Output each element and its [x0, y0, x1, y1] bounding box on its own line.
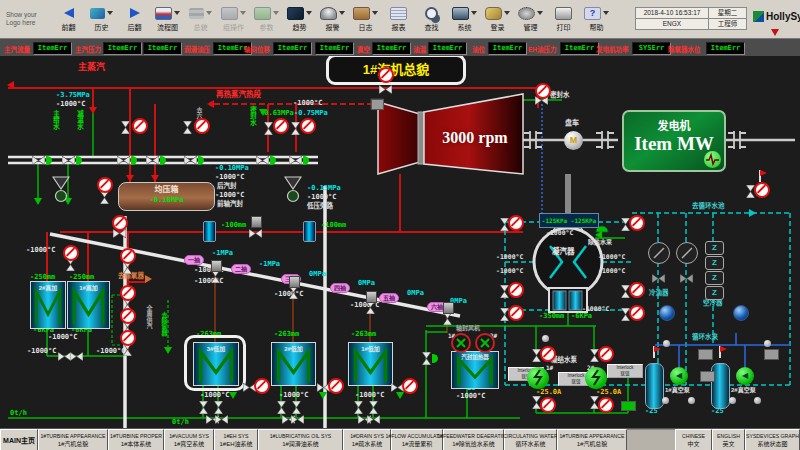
gland-fan[interactable] [451, 333, 471, 353]
kpi-value-box[interactable]: ItemErr [143, 42, 182, 55]
valve-icon[interactable] [379, 85, 392, 94]
heater-vessel[interactable]: 1#低加 [348, 342, 393, 386]
air-cooler[interactable]: Z [705, 286, 724, 300]
valve-icon[interactable] [369, 401, 378, 414]
valve-icon[interactable] [184, 156, 197, 165]
valve-icon[interactable] [62, 156, 75, 165]
toolbar-button-login[interactable]: 登录 [481, 1, 514, 37]
kpi-value-box[interactable]: ItemErr [372, 42, 411, 55]
kpi-value-box[interactable]: ItemErr [33, 42, 72, 55]
heater-vessel[interactable]: 汽封加热器 [451, 351, 499, 389]
tab-page-2[interactable]: 1#TURBINE PROPER1#本体系统 [108, 429, 164, 450]
tab-page-4[interactable]: 1#EH SYS1#EH油系统 [214, 429, 258, 450]
valve-icon[interactable] [32, 156, 45, 165]
condensate-pump[interactable] [585, 367, 607, 389]
condensate-pump[interactable] [527, 367, 549, 389]
valve-icon[interactable] [214, 401, 223, 414]
tab-page-5[interactable]: 1#LUBRICATING OIL SYS1#润滑油系统 [258, 429, 343, 450]
kpi-value-box[interactable]: ItemErr [103, 42, 142, 55]
oil-cooler[interactable] [676, 242, 698, 264]
inline-valve[interactable] [203, 221, 216, 242]
generator[interactable]: 发电机 Item MW [622, 110, 726, 172]
separator-tank[interactable] [645, 363, 664, 409]
diagram-label: 前轴汽封 [217, 201, 243, 208]
kpi-value-box[interactable]: ItemErr [315, 42, 354, 55]
valve-icon[interactable] [256, 156, 269, 165]
valve-icon[interactable] [215, 415, 228, 424]
valve-icon[interactable] [354, 401, 363, 414]
kpi-value-box[interactable]: ItemErr [706, 42, 745, 55]
equalizer-tank[interactable]: 均压箱 -0.10MPa [118, 182, 215, 211]
interlock-button[interactable]: Interlock联锁 [607, 364, 643, 378]
flow-arrow-icon [595, 231, 602, 239]
back-icon [64, 7, 74, 20]
air-cooler[interactable]: Z [705, 256, 724, 270]
valve-icon[interactable] [680, 274, 693, 283]
valve-icon[interactable] [289, 156, 302, 165]
kpi-value-box[interactable]: ItemErr [488, 42, 527, 55]
kpi-value-box[interactable]: ItemErr [428, 42, 467, 55]
air-cooler[interactable]: Z [705, 271, 724, 285]
valve-icon[interactable] [292, 401, 301, 414]
toolbar-button-report[interactable]: 报表 [382, 1, 415, 37]
toolbar-button-print[interactable]: 打印 [547, 1, 580, 37]
tab-page-3[interactable]: 1#VACUUM SYS1#真空系统 [164, 429, 214, 450]
kpi-value-box[interactable]: ItemErr [273, 42, 312, 55]
valve-icon[interactable] [264, 122, 273, 135]
toolbar-button-back[interactable]: 前翻 [52, 1, 85, 37]
tab-page-9[interactable]: CIRCULATING WATER循环水系统 [504, 429, 557, 450]
valve-icon[interactable] [291, 122, 300, 135]
toolbar-button-manage[interactable]: 管理 [514, 1, 547, 37]
toolbar-button-trend[interactable]: 趋势 [283, 1, 316, 37]
value-label: 0MPa [309, 271, 326, 278]
toolbar-button-fwd[interactable]: 后翻 [118, 1, 151, 37]
valve-icon[interactable] [652, 274, 665, 283]
tab-page-1[interactable]: 1#TURBINE APPEARANCE1#汽机总貌 [38, 429, 108, 450]
toolbar-button-flow[interactable]: 流程图 [151, 1, 184, 37]
vacuum-pump[interactable]: ◀ [670, 367, 688, 385]
air-cooler[interactable]: Z [705, 241, 724, 255]
heater-vessel[interactable]: 2#低加 [271, 342, 316, 386]
valve-icon[interactable] [117, 156, 130, 165]
toolbar-button-search[interactable]: 查找 [415, 1, 448, 37]
toolbar-button-alarm[interactable]: 报警 [316, 1, 349, 37]
toolbar-button-log[interactable]: 日志 [349, 1, 382, 37]
extraction-tag: 一抽 [184, 255, 204, 265]
tab-lang-2[interactable]: SYSDEVICES GRAPH系统状态图 [745, 429, 800, 450]
tab-page-6[interactable]: 1#DRAIN SYS1#疏水系统 [343, 429, 391, 450]
valve-icon[interactable] [291, 415, 304, 424]
tab-page-0[interactable]: MAIN主页 [0, 429, 38, 450]
tab-page-8[interactable]: 1#FEEDWATER DEAERATING1#除氧给水系统 [443, 429, 504, 450]
turning-gear[interactable]: M [564, 131, 583, 150]
separator-tank[interactable] [711, 363, 730, 409]
toolbar-button-system[interactable]: 系统 [448, 1, 481, 37]
valve-icon[interactable] [532, 396, 541, 409]
toolbar-button-hist[interactable]: 历史 [85, 1, 118, 37]
valve-icon[interactable] [70, 352, 83, 361]
valve-icon[interactable] [277, 401, 286, 414]
inline-valve[interactable] [303, 221, 316, 242]
valve-icon[interactable] [422, 352, 431, 365]
heater-vessel[interactable]: 3#低加 [193, 342, 239, 386]
oil-cooler[interactable] [648, 242, 670, 264]
valve-icon[interactable] [146, 156, 159, 165]
tab-lang-0[interactable]: CHINESE中文 [675, 429, 712, 450]
tab-page-7[interactable]: 1#FLOW ACCUMULATION1#流量累积 [391, 429, 443, 450]
valve-icon[interactable] [590, 396, 599, 409]
kpi-value-box[interactable]: SYSErr [632, 42, 671, 55]
gland-fan[interactable] [475, 333, 495, 353]
heater-vessel[interactable]: 1#高加 [67, 281, 110, 329]
tab-label-zh: 1#本体系统 [121, 439, 152, 448]
valve-icon[interactable] [367, 415, 380, 424]
valve-icon[interactable] [249, 229, 262, 238]
kpi-value-box[interactable]: ItemErr [560, 42, 599, 55]
valve-icon[interactable] [121, 121, 130, 134]
valve-icon[interactable] [183, 121, 192, 134]
tab-lang-1[interactable]: ENGLISH英文 [712, 429, 745, 450]
toolbar-button-help[interactable]: ?帮助 [580, 1, 613, 37]
vacuum-pump[interactable]: ◀ [736, 367, 754, 385]
tab-page-10[interactable]: 1#TURBINE APPEARANCE1#汽机总貌 [557, 429, 627, 450]
valve-icon[interactable] [199, 401, 208, 414]
value-label: -1000°C [96, 348, 126, 355]
heater-vessel[interactable]: 2#高加 [30, 281, 66, 329]
